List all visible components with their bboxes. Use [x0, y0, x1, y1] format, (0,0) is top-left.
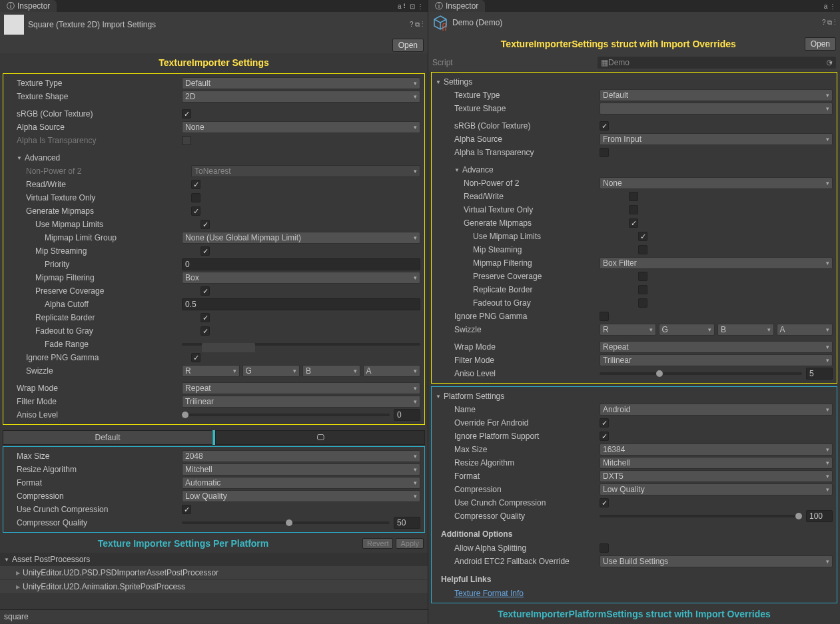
dropdown-maxsize[interactable]: 2048 [182, 450, 420, 462]
dropdown-etc2[interactable]: Use Build Settings [600, 555, 833, 567]
help-icon[interactable]: ? ⧉ ⋮ [410, 21, 424, 29]
tab-inspector[interactable]: ⓘ Inspector [0, 0, 57, 12]
slider-aniso[interactable] [600, 372, 802, 375]
checkbox-mipstream[interactable] [201, 246, 210, 256]
slider-faderange[interactable] [182, 343, 420, 346]
label-srgb: sRGB (Color Texture) [454, 121, 600, 131]
checkbox-ignorepng[interactable] [191, 353, 201, 362]
platform-tab-default[interactable]: Default [3, 430, 212, 445]
checkbox-vto[interactable] [629, 205, 638, 214]
dropdown-swizzle-r[interactable]: R [600, 324, 656, 336]
dropdown-swizzle-a[interactable]: A [777, 324, 833, 336]
checkbox-preservecov[interactable] [201, 286, 210, 296]
checkbox-ignore[interactable] [600, 432, 609, 441]
header-right: {} Demo (Demo) ? ⧉ ⋮ [428, 12, 840, 33]
dropdown-resize[interactable]: Mitchell [600, 457, 833, 469]
open-button[interactable]: Open [392, 39, 424, 52]
dropdown-compression[interactable]: Low Quality [600, 483, 833, 495]
label-texture-type: Texture Type [454, 91, 600, 100]
checkbox-genmip[interactable] [629, 218, 638, 228]
dropdown-compression[interactable]: Low Quality [182, 490, 420, 502]
label-texture-type: Texture Type [17, 79, 182, 88]
open-button-right[interactable]: Open [805, 37, 836, 51]
dropdown-mipfilter[interactable]: Box Filter [600, 257, 833, 269]
dropdown-wrap[interactable]: Repeat [600, 341, 833, 353]
footer-left: square [0, 609, 428, 623]
checkbox-readwrite[interactable] [629, 192, 638, 201]
dropdown-texture-type[interactable]: Default [182, 77, 420, 89]
foldout-platform[interactable]: Platform Settings [436, 392, 504, 401]
dropdown-swizzle-g[interactable]: G [242, 365, 300, 377]
checkbox-crunch[interactable] [600, 498, 609, 507]
checkbox-usemiplimits[interactable] [638, 232, 647, 241]
checkbox-fadeout[interactable] [638, 298, 647, 308]
checkbox-repborder[interactable] [638, 285, 647, 294]
input-quality[interactable] [394, 517, 420, 529]
input-aniso[interactable] [806, 368, 833, 380]
dropdown-format[interactable]: Automatic [182, 477, 420, 489]
dropdown-texture-type[interactable]: Default [600, 89, 833, 101]
dropdown-alpha-source[interactable]: From Input [600, 133, 833, 145]
label-texture-shape: Texture Shape [454, 104, 600, 113]
checkbox-alpha-transparency[interactable] [600, 148, 609, 157]
dropdown-npot[interactable]: None [600, 177, 833, 189]
tab-inspector-right[interactable]: ⓘ Inspector [428, 0, 485, 12]
apply-button[interactable]: Apply [396, 538, 424, 549]
list-item-pp2[interactable]: UnityEditor.U2D.Animation.SpritePostProc… [0, 580, 428, 594]
slider-quality[interactable] [182, 521, 390, 524]
checkbox-readwrite[interactable] [191, 180, 201, 189]
checkbox-preservecov[interactable] [638, 272, 647, 281]
dropdown-swizzle-r[interactable]: R [182, 365, 240, 377]
label-priority: Priority [45, 260, 182, 269]
input-aniso[interactable] [394, 409, 420, 421]
dropdown-name[interactable]: Android [600, 404, 833, 416]
cyan-box: Max Size2048 Resize AlgorithmMitchell Fo… [3, 446, 425, 533]
dropdown-maxsize[interactable]: 16384 [600, 444, 833, 456]
dropdown-format[interactable]: DXT5 [600, 470, 833, 482]
checkbox-override[interactable] [600, 418, 609, 428]
dropdown-swizzle-a[interactable]: A [363, 365, 421, 377]
dropdown-swizzle-b[interactable]: B [717, 324, 774, 336]
link-format-info[interactable]: Texture Format Info [454, 589, 524, 598]
list-item-pp1[interactable]: UnityEditor.U2D.PSD.PSDImporterAssetPost… [0, 566, 428, 580]
window-controls[interactable]: a ⋮ [824, 3, 836, 10]
checkbox-alphasplit[interactable] [600, 543, 609, 553]
input-priority[interactable] [182, 258, 420, 270]
dropdown-resize[interactable]: Mitchell [182, 464, 420, 475]
dropdown-filter[interactable]: Trilinear [182, 396, 420, 408]
revert-button[interactable]: Revert [362, 538, 393, 549]
checkbox-srgb[interactable] [600, 121, 609, 131]
checkbox-fadeout[interactable] [201, 326, 210, 336]
dropdown-miplimitgroup[interactable]: None (Use Global Mipmap Limit) [182, 232, 420, 244]
checkbox-repborder[interactable] [201, 313, 210, 322]
dropdown-wrap[interactable]: Repeat [182, 382, 420, 394]
checkbox-usemiplimits[interactable] [201, 220, 210, 229]
dropdown-filter[interactable]: Trilinear [600, 354, 833, 366]
foldout-settings[interactable]: Settings [436, 77, 472, 87]
slider-aniso[interactable] [182, 414, 390, 416]
label-mipfilter: Mipmap Filtering [473, 258, 600, 268]
input-quality[interactable] [806, 510, 833, 522]
checkbox-srgb[interactable] [182, 109, 191, 119]
checkbox-mipsteam[interactable] [638, 245, 647, 254]
dropdown-swizzle-b[interactable]: B [302, 365, 360, 377]
foldout-postprocessors[interactable]: Asset PostProcessors [4, 555, 90, 564]
foldout-advance[interactable]: Advance [454, 165, 494, 174]
scriptable-icon: {} [432, 15, 448, 31]
label-quality: Compressor Quality [454, 511, 600, 521]
slider-quality[interactable] [600, 515, 802, 517]
checkbox-ignorepng[interactable] [600, 312, 609, 321]
window-controls[interactable]: a ⠇ ⊡ ⋮ [398, 3, 424, 10]
dropdown-mipfilter[interactable]: Box [182, 272, 420, 284]
checkbox-genmip[interactable] [191, 206, 201, 216]
dropdown-texture-shape[interactable] [600, 103, 833, 115]
dropdown-swizzle-g[interactable]: G [659, 324, 715, 336]
foldout-advanced[interactable]: Advanced [17, 153, 60, 162]
input-alphacutoff[interactable] [182, 298, 420, 310]
dropdown-texture-shape[interactable]: 2D [182, 91, 420, 103]
checkbox-vto[interactable] [191, 193, 201, 202]
platform-tab-standalone[interactable]: 🖵 [215, 430, 425, 445]
help-icon[interactable]: ? ⧉ ⋮ [822, 19, 836, 27]
dropdown-alpha-source[interactable]: None [182, 121, 420, 133]
checkbox-crunch[interactable] [182, 505, 191, 514]
